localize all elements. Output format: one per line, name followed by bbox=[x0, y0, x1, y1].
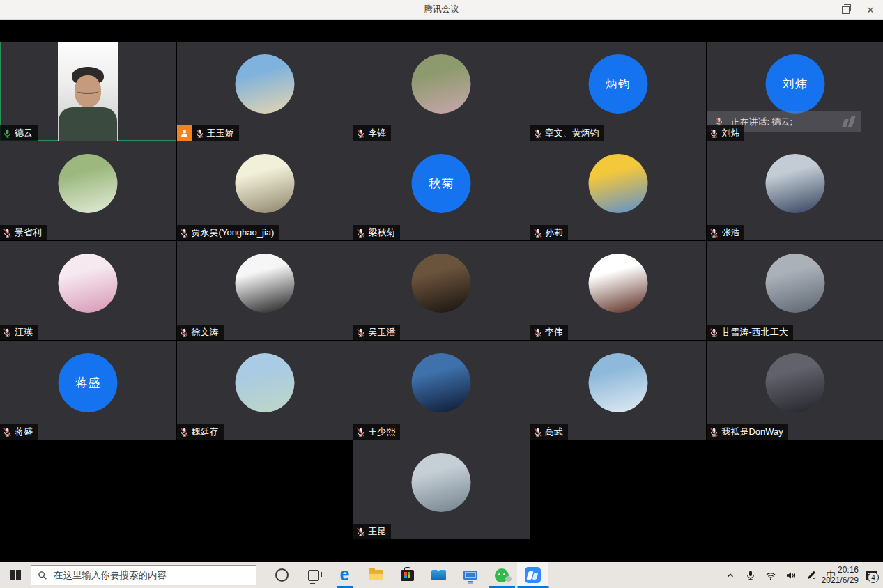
clock-date: 2021/6/29 bbox=[822, 575, 859, 586]
participant-name: 吴玉潘 bbox=[368, 326, 395, 339]
participant-tile[interactable]: 蒋盛 蒋盛 bbox=[0, 341, 176, 440]
taskbar-app-task-view[interactable] bbox=[298, 562, 329, 588]
restore-button[interactable] bbox=[833, 0, 858, 20]
taskbar-clock[interactable]: 20:16 2021/6/29 bbox=[841, 562, 861, 588]
taskbar-app-store[interactable] bbox=[392, 562, 423, 588]
participant-name: 德云 bbox=[15, 127, 33, 139]
participant-tile[interactable]: 刘炜 正在讲话: 德云; bbox=[707, 42, 883, 141]
participant-tile[interactable]: 王玉娇 bbox=[177, 42, 353, 141]
mic-status-icon bbox=[179, 327, 190, 338]
close-button[interactable]: ✕ bbox=[858, 0, 883, 20]
avatar-earth-photo bbox=[412, 353, 471, 412]
empty-area bbox=[177, 440, 353, 539]
video-feed bbox=[58, 42, 118, 141]
meeting-logo-watermark bbox=[843, 116, 854, 127]
taskbar-app-wechat[interactable] bbox=[486, 562, 517, 588]
avatar-tophat-cartoon bbox=[235, 154, 294, 213]
taskbar-app-tencent-meeting[interactable] bbox=[517, 562, 548, 588]
window-title: 腾讯会议 bbox=[424, 3, 459, 15]
restore-icon bbox=[842, 6, 850, 14]
participant-nametag: 张浩 bbox=[707, 225, 744, 240]
hidden-icons-button[interactable] bbox=[720, 562, 740, 588]
participant-tile[interactable]: 王少熙 bbox=[353, 341, 530, 440]
participant-nametag: 吴玉潘 bbox=[353, 325, 400, 340]
participant-tile[interactable]: 李锋 bbox=[353, 42, 530, 141]
windows-logo-icon bbox=[10, 570, 21, 581]
cortana-icon bbox=[275, 568, 289, 582]
participant-nametag: 景省利 bbox=[0, 225, 47, 240]
participant-nametag: 章文、黄炳钧 bbox=[530, 125, 604, 141]
tray-microphone-button[interactable] bbox=[740, 562, 760, 588]
avatar-meadow-photo bbox=[59, 154, 118, 213]
notification-badge: 4 bbox=[868, 572, 879, 583]
mic-status-icon bbox=[532, 228, 543, 238]
participant-tile[interactable]: 徐文涛 bbox=[177, 241, 353, 340]
participant-tile[interactable]: 吴玉潘 bbox=[353, 241, 530, 340]
tencent-meeting-icon bbox=[525, 567, 541, 583]
mic-status-icon bbox=[179, 427, 190, 438]
empty-area bbox=[530, 440, 707, 539]
participant-tile[interactable]: 孙莉 bbox=[530, 141, 707, 240]
minimize-icon bbox=[817, 10, 824, 10]
start-button[interactable] bbox=[0, 562, 31, 588]
mic-status-icon bbox=[355, 128, 366, 139]
participant-tile[interactable]: 张浩 bbox=[707, 141, 883, 240]
minimize-button[interactable] bbox=[808, 0, 833, 20]
participant-nametag: 蒋盛 bbox=[0, 424, 38, 440]
meeting-stage: 德云 bbox=[0, 20, 883, 562]
participant-tile[interactable]: 甘雪涛-西北工大 bbox=[707, 241, 883, 340]
participant-tile[interactable]: 贾永昊(Yonghao_jia) bbox=[177, 141, 353, 240]
participant-name: 张浩 bbox=[721, 226, 739, 239]
participant-tile[interactable]: 德云 bbox=[0, 42, 176, 141]
participant-nametag: 德云 bbox=[0, 125, 38, 141]
avatar-winnie-pooh-cartoon bbox=[589, 154, 648, 213]
participant-tile[interactable]: 景省利 bbox=[0, 141, 176, 240]
avatar-forest-photo bbox=[412, 54, 471, 114]
windows-taskbar: e bbox=[0, 562, 883, 588]
participant-name: 章文、黄炳钧 bbox=[545, 127, 599, 139]
participant-tile[interactable]: 炳钧 章文、黄炳钧 bbox=[530, 42, 707, 141]
empty-area bbox=[0, 440, 176, 539]
mic-status-icon bbox=[355, 327, 366, 338]
avatar-airplane-photo bbox=[589, 353, 648, 412]
participant-tile[interactable]: 李伟 bbox=[530, 241, 707, 340]
participant-tile[interactable]: 秋菊 梁秋菊 bbox=[353, 141, 530, 240]
mic-status-icon bbox=[355, 228, 366, 238]
taskbar-app-file-explorer[interactable] bbox=[360, 562, 392, 588]
wechat-icon bbox=[495, 568, 509, 582]
participant-name: 徐文涛 bbox=[192, 326, 219, 339]
participant-tile[interactable]: 魏廷存 bbox=[177, 341, 353, 440]
host-badge-icon bbox=[177, 125, 192, 141]
taskbar-app-cortana[interactable] bbox=[266, 562, 298, 588]
participant-tile[interactable]: 王昆 bbox=[353, 440, 530, 539]
participant-name: 景省利 bbox=[15, 226, 42, 239]
tray-wifi-button[interactable] bbox=[760, 562, 781, 588]
participant-tile[interactable]: 我祗是DonWay bbox=[707, 341, 883, 440]
mic-status-icon bbox=[355, 427, 366, 438]
avatar-man-standing-photo bbox=[412, 453, 471, 512]
taskbar-app-pc[interactable] bbox=[454, 562, 486, 588]
mic-status-icon bbox=[2, 128, 13, 139]
search-icon bbox=[38, 571, 47, 580]
avatar-initials: 炳钧 bbox=[589, 54, 648, 114]
taskbar-search[interactable] bbox=[31, 565, 256, 585]
avatar-initials: 秋菊 bbox=[412, 154, 471, 213]
notification-center-button[interactable]: 4 bbox=[861, 562, 882, 588]
participant-name: 贾永昊(Yonghao_jia) bbox=[192, 226, 275, 239]
participant-tile[interactable]: 高武 bbox=[530, 341, 707, 440]
microphone-icon bbox=[745, 570, 756, 581]
pc-monitor-icon bbox=[463, 571, 477, 580]
participant-name: 我祗是DonWay bbox=[721, 426, 783, 438]
file-explorer-icon bbox=[369, 570, 383, 580]
taskbar-app-edge[interactable]: e bbox=[329, 562, 360, 588]
participant-nametag: 甘雪涛-西北工大 bbox=[707, 325, 792, 340]
participant-tile[interactable]: 汪瑛 bbox=[0, 241, 176, 340]
tray-ink-button[interactable] bbox=[801, 562, 821, 588]
avatar-watch-photo bbox=[412, 254, 471, 313]
tray-volume-button[interactable] bbox=[781, 562, 801, 588]
participant-nametag: 高武 bbox=[530, 424, 568, 440]
taskbar-app-mail[interactable] bbox=[423, 562, 454, 588]
participant-name: 魏廷存 bbox=[192, 426, 219, 438]
participant-name: 孙莉 bbox=[545, 226, 563, 239]
search-input[interactable] bbox=[52, 569, 249, 581]
